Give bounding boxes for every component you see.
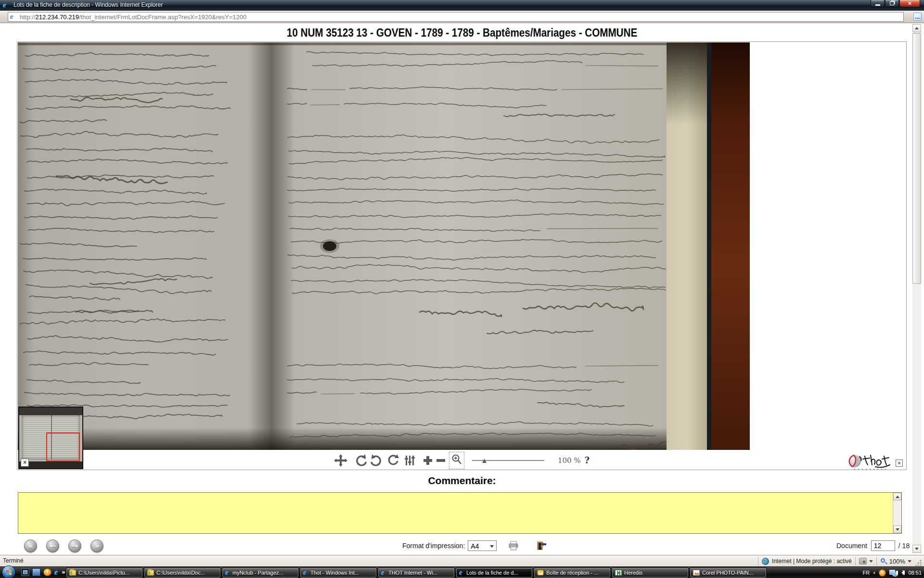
thumbnail-bg-top: [19, 407, 82, 415]
tray-clock-icon[interactable]: [879, 569, 886, 577]
system-tray: FR ‹ 08:51: [862, 567, 923, 578]
print-format-select[interactable]: A4: [468, 540, 497, 551]
magnifier-tool-active[interactable]: [449, 452, 464, 469]
zoom-magnifier-icon[interactable]: [880, 558, 887, 565]
zoom-in-icon[interactable]: [423, 455, 433, 466]
corel-photo-icon: [693, 570, 700, 576]
url-text: http://212.234.70.219/thot_internet/FrmL…: [20, 13, 246, 21]
last-document-button[interactable]: »: [90, 539, 103, 552]
task-label: Boîte de réception - ...: [546, 570, 598, 576]
security-zone-text: Internet | Mode protégé : activé: [772, 558, 852, 565]
status-right: Internet | Mode protégé : activé 100%: [755, 555, 923, 567]
page-content: 10 NUM 35123 13 - GOVEN - 1789 - 1789 - …: [0, 23, 924, 555]
compatibility-view-icon[interactable]: [913, 13, 922, 21]
task-label: Lots de la fiche de d...: [466, 570, 518, 576]
status-bar: Terminé Internet | Mode protégé : activé…: [0, 555, 924, 566]
page-scrollbar[interactable]: [912, 24, 921, 553]
tray-expand-chevron[interactable]: ‹: [873, 567, 875, 578]
taskbar-button-pictures[interactable]: C:\Users\nilda\Pictu...: [66, 568, 142, 578]
window-controls: ×: [870, 0, 920, 7]
comment-label: Commentaire:: [0, 475, 924, 486]
arrow-up-icon: [896, 496, 899, 498]
lens: [881, 558, 885, 563]
taskbar-button-thot-internet[interactable]: eTHOT Internet - Wi...: [378, 568, 454, 578]
rotate-cw-icon[interactable]: [370, 454, 382, 467]
taskbar-button-thot[interactable]: eThot - Windows Int...: [300, 568, 376, 578]
chevron-down-icon[interactable]: [869, 560, 873, 563]
taskbar-button-lots-fiche-active[interactable]: eLots de la fiche de d...: [456, 568, 532, 578]
task-buttons: C:\Users\nilda\Pictu... C:\Users\nilda\D…: [66, 568, 766, 578]
volume-icon[interactable]: [901, 570, 905, 575]
internet-explorer-icon: e: [225, 570, 230, 576]
internet-explorer-icon: e: [381, 570, 386, 576]
comment-textarea[interactable]: [18, 493, 892, 533]
scroll-down-button[interactable]: [912, 545, 921, 553]
clock-time[interactable]: 08:51: [908, 570, 922, 576]
viewer-toolbar: ▲ 100 % ?: [17, 451, 906, 470]
scroll-up-button[interactable]: [912, 24, 921, 32]
arrow-down-icon: [896, 528, 899, 531]
resize-grip[interactable]: [915, 559, 922, 566]
next-document-button[interactable]: →: [68, 539, 81, 552]
adjust-levels-icon[interactable]: [404, 455, 415, 466]
print-button[interactable]: [508, 541, 519, 551]
minimize-button[interactable]: [871, 0, 885, 7]
taskbar-button-documents[interactable]: C:\Users\nilda\Doc...: [144, 568, 220, 578]
document-total: / 18: [898, 542, 910, 550]
arrow-down-icon: [915, 548, 919, 550]
document-number-input[interactable]: [871, 540, 895, 551]
language-indicator[interactable]: FR: [862, 570, 870, 576]
rotate-reset-icon[interactable]: [387, 454, 399, 467]
image-viewer: ×: [17, 41, 907, 470]
zoom-slider-thumb[interactable]: ▲: [481, 456, 488, 465]
print-format-label: Format d'impression:: [402, 542, 465, 550]
zoom-slider[interactable]: ▲: [472, 456, 544, 465]
exit-button[interactable]: [536, 541, 547, 551]
address-input[interactable]: e http://212.234.70.219/thot_internet/Fr…: [8, 12, 904, 22]
url-scheme: http://: [20, 13, 36, 21]
arrow-up-icon: [915, 27, 919, 29]
manuscript-scan[interactable]: [18, 42, 750, 450]
help-button[interactable]: ?: [585, 455, 590, 465]
pan-icon[interactable]: [334, 454, 347, 467]
zoom-percentage: 100 %: [558, 456, 581, 465]
rotate-ccw-icon[interactable]: [355, 454, 368, 467]
favicon-ie-icon: e: [10, 13, 17, 20]
restore-button[interactable]: [885, 0, 899, 7]
mail-icon: [537, 570, 544, 576]
task-label: Thot - Windows Int...: [310, 570, 359, 576]
minimize-icon: [875, 4, 880, 6]
internet-zone-icon: [762, 558, 769, 565]
internet-explorer-icon[interactable]: e: [54, 568, 58, 576]
task-label: Corel PHOTO-PAIN...: [702, 570, 753, 576]
chevron-down-icon[interactable]: [908, 560, 911, 563]
switch-windows-icon[interactable]: [32, 568, 40, 576]
first-document-button[interactable]: «: [24, 539, 37, 552]
show-desktop-icon[interactable]: [21, 568, 29, 576]
clock-app-icon[interactable]: [43, 568, 51, 576]
folder-icon: [69, 570, 76, 576]
window-title: Lots de la fiche de description - Window…: [13, 1, 163, 8]
taskbar-button-mynclub[interactable]: emyNclub - Partagez...: [222, 568, 298, 578]
comment-scroll-down[interactable]: [893, 525, 901, 533]
document-label: Document: [836, 542, 867, 550]
taskbar-button-inbox[interactable]: Boîte de réception - ...: [534, 568, 610, 578]
logo-dots: [854, 469, 888, 470]
quick-launch-overflow-chevron[interactable]: »: [62, 568, 65, 576]
taskbar-button-corel[interactable]: Corel PHOTO-PAIN...: [690, 568, 766, 578]
logo-close-button[interactable]: ×: [896, 460, 903, 467]
previous-document-button[interactable]: ←: [46, 539, 59, 552]
start-button[interactable]: [2, 565, 15, 578]
comment-scrollbar[interactable]: [893, 493, 901, 533]
status-text: Terminé: [3, 557, 24, 564]
close-button[interactable]: ×: [899, 0, 920, 7]
internet-explorer-icon: e: [459, 570, 464, 576]
zoom-out-icon[interactable]: [436, 455, 446, 466]
comment-scroll-up[interactable]: [893, 493, 901, 500]
protected-mode-icon[interactable]: [859, 558, 867, 565]
divider: [855, 557, 856, 565]
scrollbar-thumb[interactable]: [912, 33, 921, 284]
taskbar-button-heredis[interactable]: Heredis: [612, 568, 688, 578]
internet-explorer-icon: e: [303, 570, 308, 576]
quick-launch: e »: [21, 568, 65, 576]
